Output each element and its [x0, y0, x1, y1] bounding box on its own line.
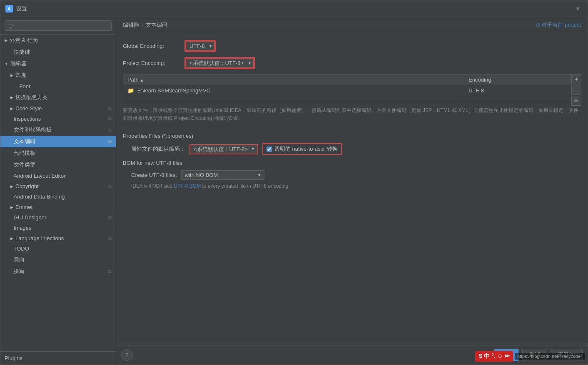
main-content: Global Encoding: UTF-8 Project Encoding:… — [116, 33, 588, 345]
sidebar-item-text-encoding[interactable]: 文本编码 ⧉ — [0, 136, 116, 147]
sidebar-item-label: 文件类型 — [14, 161, 35, 169]
sidebar: ▶ 外观 & 行为 快捷键 ▼ 编辑器 ▶ 常规 — [0, 17, 116, 365]
prop-encoding-select-wrapper: <系统默认值：UTF-8> — [189, 144, 258, 154]
sidebar-item-label: Android Layout Editor — [14, 173, 66, 179]
sidebar-item-color-scheme[interactable]: ▶ 切换配色方案 — [0, 92, 116, 103]
arrow-icon — [10, 247, 12, 251]
sidebar-item-android-data[interactable]: Android Data Binding — [0, 191, 116, 202]
sidebar-item-label: 文件和代码模板 — [14, 126, 52, 134]
arrow-icon — [10, 216, 12, 220]
sidebar-item-android-layout[interactable]: Android Layout Editor — [0, 171, 116, 181]
sidebar-item-font[interactable]: Font — [0, 81, 116, 92]
sidebar-item-emmet[interactable]: ▶ Emmet — [0, 202, 116, 212]
sidebar-item-code-templates[interactable]: 代码模板 — [0, 147, 116, 159]
sidebar-item-label: 拼写 — [14, 268, 25, 275]
properties-section: Properties Files (*.properties) 属性文件的默认编… — [123, 133, 581, 155]
copy-icon: ⧉ — [108, 269, 112, 274]
prop-encoding-row: 属性文件的默认编码： <系统默认值：UTF-8> 透明的 native-to-a… — [123, 143, 581, 155]
sidebar-items: ▶ 外观 & 行为 快捷键 ▼ 编辑器 ▶ 常规 — [0, 35, 116, 351]
sidebar-item-gui-designer[interactable]: GUI Designer ⧉ — [0, 212, 116, 223]
sidebar-item-intentions[interactable]: 意向 — [0, 254, 116, 266]
copy-icon: ⧉ — [108, 116, 112, 122]
sidebar-item-general[interactable]: ▶ 常规 — [0, 70, 116, 81]
path-value: E:\learn SSM\learnSpringMVC — [137, 87, 211, 94]
title-bar: A 设置 × — [0, 0, 588, 17]
sidebar-item-label: Inspections — [14, 116, 41, 122]
sidebar-item-todo[interactable]: TODO — [0, 243, 116, 254]
global-encoding-select-wrapper: UTF-8 — [184, 40, 216, 52]
copy-icon: ⧉ — [108, 106, 112, 111]
bom-hint: IDEA will NOT add UTF-8 BOM to every cre… — [123, 183, 581, 189]
bom-hint-suffix: to every created file in UTF-8 encoding — [201, 183, 288, 189]
sidebar-item-label: 切换配色方案 — [15, 94, 48, 101]
table-row[interactable]: 📁 E:\learn SSM\learnSpringMVC UTF-8 — [123, 85, 581, 96]
sidebar-item-spell[interactable]: 拼写 ⧉ — [0, 266, 116, 277]
description-content: 要更改文件，目录或整个项目使用的编码 IntelliJ IDEA，添加它的路径（… — [123, 107, 578, 121]
help-button[interactable]: ? — [121, 349, 133, 361]
copy-icon: ⧉ — [108, 184, 112, 189]
native-to-ascii-checkbox[interactable] — [267, 146, 272, 152]
arrow-icon — [10, 226, 12, 230]
arrow-icon — [10, 139, 12, 144]
arrow-icon — [10, 258, 12, 262]
bom-row: Create UTF-8 files: with NO BOM with BOM — [123, 170, 581, 180]
col-path-header[interactable]: Path — [123, 74, 464, 85]
path-cell: 📁 E:\learn SSM\learnSpringMVC — [123, 85, 464, 96]
prop-encoding-select[interactable]: <系统默认值：UTF-8> — [190, 145, 257, 154]
breadcrumb-current: 文本编码 — [146, 21, 167, 29]
arrow-icon: ▼ — [5, 62, 8, 66]
sidebar-item-copyright[interactable]: ▶ Copyright ⧉ — [0, 181, 116, 191]
sidebar-item-file-types[interactable]: 文件类型 — [0, 159, 116, 171]
breadcrumb-parent[interactable]: 编辑器 — [123, 21, 139, 29]
sidebar-item-label: 文本编码 — [14, 138, 35, 145]
project-encoding-select[interactable]: <系统默认值：UTF-8> — [185, 58, 254, 68]
arrow-icon: ▶ — [10, 236, 13, 241]
encoding-cell: UTF-8 — [464, 85, 581, 96]
sidebar-item-label: Font — [20, 83, 30, 89]
close-button[interactable]: × — [576, 5, 583, 12]
global-encoding-label: Global Encoding: — [123, 43, 181, 49]
col-encoding-header: Encoding — [464, 74, 581, 85]
bom-select[interactable]: with NO BOM with BOM — [181, 170, 264, 180]
arrow-icon: ▶ — [10, 73, 13, 77]
sidebar-item-label: 快捷键 — [14, 48, 30, 56]
project-link[interactable]: ⊕ 对于当前 project — [536, 21, 581, 29]
help-label: ? — [125, 352, 129, 358]
bom-hint-link: UTF-8 BOM — [174, 183, 201, 189]
sidebar-item-images[interactable]: Images — [0, 223, 116, 233]
sidebar-item-shortcuts[interactable]: 快捷键 — [0, 46, 116, 58]
arrow-icon: ▶ — [10, 95, 13, 99]
sidebar-item-inspections[interactable]: Inspections ⧉ — [0, 114, 116, 124]
watermark: S 中 °. ☺ ✏ https://blog.csdn.net/Tracyco… — [475, 351, 585, 362]
sidebar-item-appearance[interactable]: ▶ 外观 & 行为 — [0, 35, 116, 46]
edit-path-button[interactable]: ✏ — [571, 96, 581, 106]
folder-icon: 📁 — [127, 87, 134, 94]
remove-path-button[interactable]: − — [571, 85, 581, 95]
sidebar-item-file-templates[interactable]: 文件和代码模板 ⧉ — [0, 124, 116, 136]
sidebar-item-label: 外观 & 行为 — [10, 37, 38, 44]
arrow-icon: ▶ — [10, 184, 13, 189]
arrow-icon — [10, 195, 12, 199]
arrow-icon: ▶ — [5, 38, 7, 42]
copy-icon: ⧉ — [108, 215, 112, 220]
sidebar-item-lang-injections[interactable]: ▶ Language Injections ⧉ — [0, 233, 116, 243]
app-icon: A — [5, 5, 13, 12]
arrow-icon: ▶ — [10, 205, 13, 209]
sidebar-item-label: TODO — [14, 246, 29, 252]
breadcrumb-separator: › — [142, 22, 143, 28]
arrow-icon — [10, 174, 12, 178]
arrow-icon — [10, 269, 12, 273]
table-actions: + − ✏ — [571, 74, 581, 106]
window-title: 设置 — [16, 5, 576, 12]
sidebar-item-code-style[interactable]: ▶ Code Style ⧉ — [0, 103, 116, 114]
add-path-button[interactable]: + — [571, 74, 581, 84]
sidebar-item-plugins[interactable]: Plugins — [0, 351, 116, 365]
native-to-ascii-label: 透明的 native-to-ascii 转换 — [274, 145, 338, 153]
search-input[interactable] — [5, 20, 112, 31]
sidebar-item-editor[interactable]: ▼ 编辑器 — [0, 58, 116, 70]
main-panel: 编辑器 › 文本编码 ⊕ 对于当前 project Global Encodin… — [116, 17, 588, 365]
path-encoding-table: Path Encoding 📁 E:\learn SSM\learnSpring… — [123, 74, 581, 96]
sidebar-item-label: Code Style — [15, 105, 42, 112]
description-text: 要更改文件，目录或整个项目使用的编码 IntelliJ IDEA，添加它的路径（… — [123, 103, 581, 126]
global-encoding-select[interactable]: UTF-8 — [185, 41, 215, 51]
